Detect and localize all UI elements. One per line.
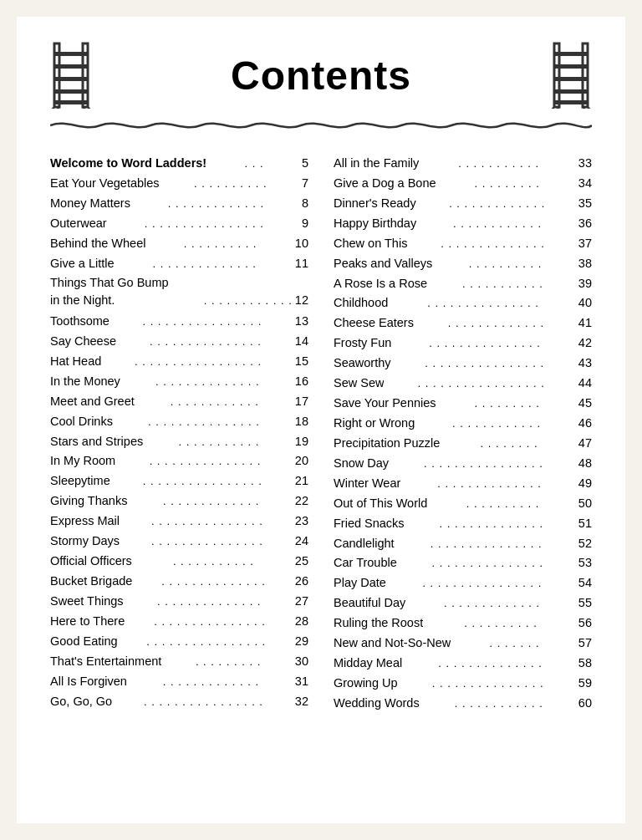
toc-page-number: 48 [578,454,592,474]
toc-page-number: 26 [295,572,308,592]
toc-page-number: 36 [578,214,592,234]
list-item: Stormy Days. . . . . . . . . . . . . . .… [50,532,308,552]
toc-item-title: Frosty Fun [334,333,391,354]
header: Contents [50,42,592,109]
toc-page-number: 9 [302,214,308,234]
toc-page-number: 14 [295,332,308,352]
toc-dots: . . . . . . . . . . . . . . [437,475,542,492]
toc-item-title: Ruling the Roost [334,613,423,634]
toc-dots: . . . . . . . . . . . . . . . [432,675,544,692]
toc-page-number: 39 [578,274,592,294]
toc-item-title: Happy Birthday [334,214,416,234]
list-item: Out of This World. . . . . . . . . .50 [334,494,592,514]
toc-item-title: Snow Day [334,454,389,474]
toc-page-number: 43 [578,354,592,374]
svg-rect-4 [54,77,88,81]
toc-dots: . . . . . . . . . . . [458,155,539,172]
toc-page-number: 59 [578,674,592,694]
toc-item-title: In My Room [50,451,115,471]
list-item: Frosty Fun. . . . . . . . . . . . . . .4… [334,333,592,354]
toc-dots: . . . . . . . . . . . . . [449,195,545,212]
toc-page-number: 28 [295,612,308,632]
toc-dots: . . . . . . . . . . [194,175,268,192]
toc-item-title: Growing Up [334,674,398,694]
toc-item-title: Childhood [334,293,388,313]
toc-dots: . . . . . . . . . . . . . . [157,593,262,610]
toc-dots: . . . . . . . . . . . . . . [441,235,545,252]
list-item: All Is Forgiven. . . . . . . . . . . . .… [50,672,308,692]
list-item: In My Room. . . . . . . . . . . . . . .2… [50,451,308,471]
toc-page-number: 38 [578,254,592,274]
toc-page-number: 27 [295,592,308,612]
list-item: Sew Sew. . . . . . . . . . . . . . . . .… [334,374,592,394]
toc-dots: . . . . . . . . . . . . . . . [151,512,263,530]
toc-item-title: A Rose Is a Rose [334,274,427,294]
svg-rect-6 [54,100,88,104]
svg-line-10 [88,107,91,109]
list-item: Express Mail. . . . . . . . . . . . . . … [50,512,308,532]
list-item: Car Trouble. . . . . . . . . . . . . . .… [334,553,592,573]
list-item: Save Your Pennies. . . . . . . . .45 [334,394,592,414]
toc-dots: . . . . . . . . . . [464,614,538,632]
page: Contents Welcome to Word Ladders!. . .5E… [17,17,625,823]
list-item: Dinner's Ready. . . . . . . . . . . . .3… [334,194,592,214]
list-item: Right or Wrong. . . . . . . . . . . .46 [334,414,592,434]
list-item: Things That Go Bumpin the Night.. . . . … [50,274,308,311]
list-item: Welcome to Word Ladders!. . .5 [50,154,308,174]
toc-item-title: Official Officers [50,552,132,572]
toc-item-title: Fried Snacks [334,514,405,534]
list-item: Official Officers. . . . . . . . . . .25 [50,552,308,572]
svg-rect-13 [554,52,588,56]
toc-dots: . . . . . . . . . . . . [455,695,543,712]
toc-dots: . . . . . . . . . . [466,495,540,512]
toc-page-number: 49 [578,474,592,494]
toc-item-title: Beautiful Day [334,593,405,613]
toc-page-number: 29 [295,632,308,652]
svg-line-21 [588,107,591,109]
toc-page-number: 24 [295,532,308,552]
list-item: Sweet Things. . . . . . . . . . . . . .2… [50,592,308,612]
toc-page-number: 45 [578,394,592,414]
list-item: Childhood. . . . . . . . . . . . . . .40 [334,293,592,313]
left-column: Welcome to Word Ladders!. . .5Eat Your V… [50,154,308,714]
svg-rect-3 [54,64,88,69]
toc-item-title: Chew on This [334,234,407,254]
toc-page-number: 50 [578,494,592,514]
toc-page-number: 7 [302,174,308,194]
svg-rect-14 [554,64,588,69]
toc-item-title: Stormy Days [50,532,120,552]
toc-page-number: 15 [295,352,308,372]
toc-item-title: Peaks and Valleys [334,254,432,274]
toc-dots: . . . . . . . . . . . [173,552,254,570]
list-item: That's Entertainment. . . . . . . . .30 [50,652,308,672]
toc-page-number: 40 [578,293,592,313]
toc-dots: . . . . . . . . . [475,395,540,412]
toc-item-title: Hat Head [50,352,101,372]
toc-item-title: Wedding Words [334,694,420,714]
toc-dots: . . . . . . . . . . . . [452,415,541,432]
toc-page-number: 37 [578,234,592,254]
list-item: Meet and Greet. . . . . . . . . . . .17 [50,392,308,412]
toc-page-number: 10 [295,234,308,254]
toc-item-title: Express Mail [50,512,120,532]
list-item: Sleepytime. . . . . . . . . . . . . . . … [50,471,308,491]
toc-page-number: 5 [302,154,308,174]
list-item: Ruling the Roost. . . . . . . . . .56 [334,613,592,634]
toc-page-number: 41 [578,313,592,333]
right-column: All in the Family. . . . . . . . . . .33… [334,154,592,714]
toc-item-title: Save Your Pennies [334,394,436,414]
toc-page-number: 58 [578,654,592,674]
toc-page-number: 23 [295,512,308,532]
left-ladder-icon [50,42,92,109]
toc-page-number: 19 [295,432,308,452]
svg-line-7 [51,107,54,109]
toc-dots: . . . . . . . . . . . . . . . . [144,693,263,710]
toc-item-title: All Is Forgiven [50,672,127,692]
svg-line-18 [551,107,554,109]
page-title: Contents [92,53,550,99]
toc-dots: . . . . . . . . . . . . . . [161,573,266,590]
toc-item-title: Stars and Stripes [50,432,143,452]
list-item: Cool Drinks. . . . . . . . . . . . . . .… [50,412,308,432]
toc-dots: . . . . . . . . . . . . [204,293,293,309]
toc-page-number: 57 [578,634,592,654]
